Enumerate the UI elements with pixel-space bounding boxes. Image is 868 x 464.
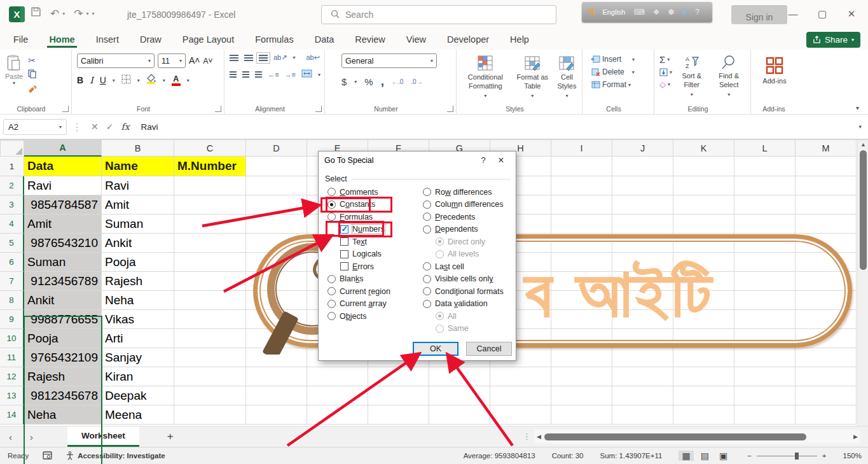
settings-gear-icon[interactable]: ✽	[668, 8, 675, 17]
cell-L8[interactable]	[734, 291, 796, 310]
dialog-title-bar[interactable]: Go To Special ? ×	[319, 151, 516, 169]
currency-dropdown-icon[interactable]: ▾	[354, 79, 357, 85]
normal-view-icon[interactable]: ▦	[679, 451, 693, 461]
merge-center-icon[interactable]	[301, 69, 312, 80]
cell-B9[interactable]: Vikas	[102, 310, 174, 329]
cell-M9[interactable]	[796, 310, 857, 329]
cell-D2[interactable]	[246, 176, 307, 195]
checkbox-logicals-icon[interactable]	[340, 250, 348, 258]
cell-B2[interactable]: Ravi	[102, 176, 174, 195]
goto-option-blanks[interactable]: Blanks	[327, 273, 390, 286]
comma-format-icon[interactable]: ,	[381, 74, 384, 88]
goto-option-visible-cells-only[interactable]: Visible cells only	[423, 273, 504, 286]
paste-button[interactable]: Paste▾	[5, 53, 23, 96]
radio-constants-icon[interactable]	[327, 200, 336, 209]
fill-color-icon[interactable]	[146, 74, 156, 87]
radio-last-cell-icon[interactable]	[423, 262, 431, 271]
browser-icon[interactable]: e	[683, 8, 687, 17]
cell-K1[interactable]	[673, 157, 734, 176]
increase-decimal-icon[interactable]: ←.0	[392, 78, 403, 85]
cell-I6[interactable]	[551, 253, 612, 272]
cell-K7[interactable]	[673, 272, 734, 291]
cell-I7[interactable]	[551, 272, 612, 291]
radio-current-array-icon[interactable]	[327, 300, 336, 308]
fill-color-dropdown-icon[interactable]: ▾	[163, 78, 165, 83]
cell-B5[interactable]: Ankit	[102, 234, 174, 253]
sign-in-button[interactable]: Sign in	[731, 5, 787, 24]
cell-B6[interactable]: Pooja	[102, 253, 174, 272]
cell-F14[interactable]	[368, 405, 429, 425]
cell-M8[interactable]	[796, 291, 857, 310]
format-as-table-button[interactable]: Format as Table▾	[516, 55, 549, 99]
cell-C6[interactable]	[174, 253, 246, 272]
cell-I1[interactable]	[551, 157, 612, 176]
cell-A11[interactable]: 9765432109	[24, 348, 102, 367]
cell-A9[interactable]: 9988776655	[24, 310, 102, 329]
cell-I14[interactable]	[551, 405, 612, 425]
cell-J11[interactable]	[612, 348, 673, 367]
cell-J5[interactable]	[612, 234, 673, 253]
column-header-K[interactable]: K	[673, 140, 734, 157]
cell-J13[interactable]	[612, 386, 673, 405]
cell-A10[interactable]: Pooja	[24, 329, 102, 348]
cell-I10[interactable]	[551, 329, 612, 348]
borders-dropdown-icon[interactable]: ▾	[137, 78, 140, 83]
row-header-3[interactable]: 3	[0, 195, 24, 214]
name-box[interactable]: A2▾	[3, 119, 67, 135]
sheet-tab-worksheet[interactable]: Worksheet	[67, 426, 139, 447]
format-cells-button[interactable]: Format▾	[591, 80, 650, 89]
cell-L4[interactable]	[734, 214, 796, 234]
autosum-icon[interactable]: Σ▾	[659, 54, 672, 65]
cell-C5[interactable]	[174, 234, 246, 253]
tab-home[interactable]: Home	[47, 31, 76, 48]
cell-D10[interactable]	[246, 329, 307, 348]
cell-M1[interactable]	[796, 157, 857, 176]
align-middle-icon[interactable]	[244, 55, 253, 61]
undo-icon[interactable]: ↶	[50, 7, 59, 20]
cell-K11[interactable]	[673, 348, 734, 367]
macro-record-icon[interactable]	[43, 451, 52, 461]
font-color-icon[interactable]: A	[172, 75, 181, 86]
confirm-entry-icon[interactable]: ✓	[106, 122, 114, 132]
cell-L1[interactable]	[734, 157, 796, 176]
goto-option-objects[interactable]: Objects	[327, 310, 390, 323]
number-format-combo[interactable]: General▾	[341, 53, 437, 68]
row-header-5[interactable]: 5	[0, 234, 24, 253]
cell-C2[interactable]	[174, 176, 246, 195]
save-icon[interactable]	[31, 6, 41, 20]
next-sheet-icon[interactable]: ›	[21, 432, 42, 442]
radio-blanks-icon[interactable]	[327, 275, 336, 283]
zoom-slider-thumb[interactable]	[795, 453, 799, 460]
cell-A14[interactable]: Neha	[24, 405, 102, 425]
number-dialog-launcher[interactable]	[447, 106, 453, 112]
goto-option-constants[interactable]: Constants	[327, 199, 390, 211]
cell-H12[interactable]	[490, 367, 551, 386]
goto-option-formulas[interactable]: Formulas	[327, 211, 390, 223]
row-header-6[interactable]: 6	[0, 253, 24, 272]
ok-button[interactable]: OK	[413, 342, 458, 356]
tab-formulas[interactable]: Formulas	[253, 31, 295, 48]
cell-K2[interactable]	[673, 176, 734, 195]
cell-D7[interactable]	[246, 272, 307, 291]
insert-cells-button[interactable]: Insert▾	[591, 55, 650, 64]
column-header-D[interactable]: D	[246, 140, 307, 157]
fill-down-icon[interactable]: ▾	[659, 68, 672, 76]
collapse-ribbon-icon[interactable]: ▾	[856, 104, 859, 111]
wrap-text-icon[interactable]: ab↩	[306, 53, 319, 62]
cell-K8[interactable]	[673, 291, 734, 310]
align-center-icon[interactable]	[242, 71, 249, 78]
vertical-scroll-thumb[interactable]	[860, 150, 867, 270]
cell-I4[interactable]	[551, 214, 612, 234]
cell-D9[interactable]	[246, 310, 307, 329]
cell-K3[interactable]	[673, 195, 734, 214]
cell-I5[interactable]	[551, 234, 612, 253]
cell-E13[interactable]	[307, 386, 368, 405]
cell-M14[interactable]	[796, 405, 857, 425]
decrease-decimal-icon[interactable]: .0→	[411, 78, 422, 85]
cell-J14[interactable]	[612, 405, 673, 425]
align-left-icon[interactable]	[230, 71, 237, 78]
language-bar[interactable]: অ English ⌨ ❖ ✽ e ?	[582, 2, 712, 22]
cell-C4[interactable]	[174, 214, 246, 234]
clipboard-dialog-launcher[interactable]	[62, 106, 69, 112]
align-right-icon[interactable]	[255, 71, 262, 78]
